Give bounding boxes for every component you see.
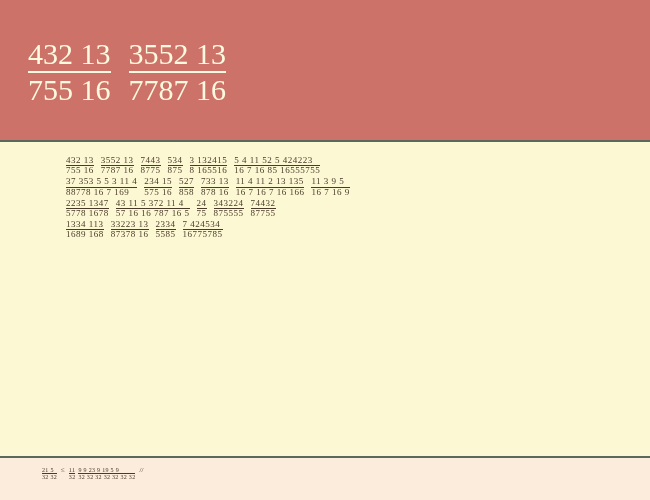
abstract-frac-den: 87755 xyxy=(251,209,276,218)
abstract-frac: 7 42453416775785 xyxy=(183,220,223,239)
title-frac-2-den: 7787 16 xyxy=(129,73,227,106)
abstract-frac: 432 13755 16 xyxy=(66,156,94,175)
abstract-frac-den: 57 16 16 787 16 5 xyxy=(116,209,190,218)
abstract-frac: 527858 xyxy=(179,177,194,196)
abstract-frac-den: 75 xyxy=(197,209,207,218)
abstract-frac: 2475 xyxy=(197,199,207,218)
title-frac-1-den: 755 16 xyxy=(28,73,111,106)
abstract-frac-den: 16 7 16 7 16 166 xyxy=(236,188,305,197)
title-frac-1-num: 432 13 xyxy=(28,38,111,73)
abstract-frac-den: 8775 xyxy=(141,166,161,175)
abstract-frac-den: 1689 168 xyxy=(66,230,104,239)
abstract-frac-num: 234 15 xyxy=(144,177,172,187)
abstract-line: 37 353 5 5 3 11 488778 16 7 169234 15575… xyxy=(66,177,584,196)
abstract-frac-den: 8 165516 xyxy=(190,166,228,175)
abstract-frac: 1334 1131689 168 xyxy=(66,220,104,239)
abstract-frac-num: 11 3 9 5 xyxy=(311,177,349,187)
abstract-frac-den: 16 7 16 85 16555755 xyxy=(234,166,320,175)
abstract-section: 432 13755 163552 137787 1674438775534875… xyxy=(0,142,650,458)
abstract-frac: 43 11 5 372 11 457 16 16 787 16 5 xyxy=(116,199,190,218)
footer-bar: 21 532 32≤11329 9 23 9 19 5 932 32 32 32… xyxy=(0,458,650,500)
abstract-frac-den: 87378 16 xyxy=(111,230,149,239)
footer-frac-den: 32 32 32 32 32 32 32 xyxy=(78,474,135,480)
abstract-frac: 534875 xyxy=(168,156,183,175)
abstract-text: 432 13755 163552 137787 1674438775534875… xyxy=(66,156,584,239)
abstract-frac: 74438775 xyxy=(141,156,161,175)
abstract-frac: 733 13878 16 xyxy=(201,177,229,196)
abstract-frac-den: 878 16 xyxy=(201,188,229,197)
abstract-frac: 343224875555 xyxy=(214,199,244,218)
footer-text: 21 532 32≤11329 9 23 9 19 5 932 32 32 32… xyxy=(42,466,608,480)
abstract-frac: 11 4 11 2 13 13516 7 16 7 16 166 xyxy=(236,177,305,196)
abstract-frac-den: 875555 xyxy=(214,209,244,218)
abstract-frac: 3552 137787 16 xyxy=(101,156,134,175)
footer-separator: ≤ xyxy=(60,466,66,474)
footer-frac-den: 32 32 xyxy=(42,474,57,480)
title-bar: 432 13 755 16 3552 13 7787 16 xyxy=(0,0,650,142)
abstract-frac: 3 1324158 165516 xyxy=(190,156,228,175)
abstract-frac: 5 4 11 52 5 42422316 7 16 85 16555755 xyxy=(234,156,320,175)
abstract-frac-num: 527 xyxy=(179,177,194,187)
title-frac-2-num: 3552 13 xyxy=(129,38,227,73)
abstract-frac-den: 858 xyxy=(179,188,194,197)
abstract-frac: 23345585 xyxy=(156,220,176,239)
abstract-line: 2235 13475778 167843 11 5 372 11 457 16 … xyxy=(66,199,584,218)
abstract-line: 432 13755 163552 137787 1674438775534875… xyxy=(66,156,584,175)
footer-frac-den: 32 xyxy=(69,474,76,480)
abstract-frac-den: 88778 16 7 169 xyxy=(66,188,137,197)
abstract-frac-den: 16 7 16 9 xyxy=(311,188,349,197)
abstract-frac-num: 37 353 5 5 3 11 4 xyxy=(66,177,137,187)
abstract-frac-den: 755 16 xyxy=(66,166,94,175)
abstract-frac-den: 575 16 xyxy=(144,188,172,197)
abstract-frac-den: 5778 1678 xyxy=(66,209,109,218)
abstract-frac: 2235 13475778 1678 xyxy=(66,199,109,218)
abstract-frac: 7443287755 xyxy=(251,199,276,218)
abstract-frac: 234 15575 16 xyxy=(144,177,172,196)
footer-frac-num: 21 5 xyxy=(42,467,57,474)
abstract-frac-num: 11 4 11 2 13 135 xyxy=(236,177,305,187)
abstract-frac: 37 353 5 5 3 11 488778 16 7 169 xyxy=(66,177,137,196)
abstract-frac: 33223 1387378 16 xyxy=(111,220,149,239)
footer-tail: // xyxy=(138,466,144,474)
footer-frac: 9 9 23 9 19 5 932 32 32 32 32 32 32 xyxy=(78,467,135,480)
footer-frac: 1132 xyxy=(69,467,76,480)
title-frac-2: 3552 13 7787 16 xyxy=(129,38,227,105)
abstract-line: 1334 1131689 16833223 1387378 1623345585… xyxy=(66,220,584,239)
abstract-frac-num: 733 13 xyxy=(201,177,229,187)
abstract-frac-den: 16775785 xyxy=(183,230,223,239)
footer-frac-num: 9 9 23 9 19 5 9 xyxy=(78,467,135,474)
footer-frac: 21 532 32 xyxy=(42,467,57,480)
footer-frac-num: 11 xyxy=(69,467,76,474)
title-frac-1: 432 13 755 16 xyxy=(28,38,111,105)
abstract-frac-den: 5585 xyxy=(156,230,176,239)
abstract-frac-den: 7787 16 xyxy=(101,166,134,175)
abstract-frac: 11 3 9 516 7 16 9 xyxy=(311,177,349,196)
abstract-frac-den: 875 xyxy=(168,166,183,175)
